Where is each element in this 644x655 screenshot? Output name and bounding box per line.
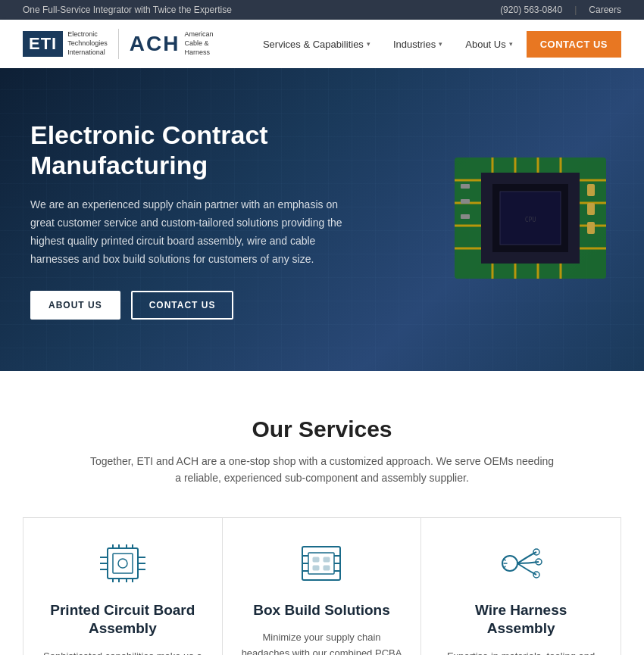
contact-us-button[interactable]: CONTACT US	[131, 291, 234, 320]
top-bar-divider: |	[574, 5, 577, 15]
svg-rect-45	[308, 553, 334, 574]
about-us-button[interactable]: ABOUT US	[30, 291, 120, 320]
svg-rect-53	[324, 557, 330, 562]
hero-content: Electronic Contract Manufacturing We are…	[0, 74, 394, 366]
svg-rect-52	[313, 557, 319, 562]
svg-rect-21	[587, 184, 595, 196]
hero-chip-image: CPU	[439, 142, 621, 297]
nav-links: Services & Capabilities ▾ Industries ▾ A…	[254, 31, 621, 58]
service-desc-wire: Expertise in materials, tooling and proc…	[439, 649, 602, 655]
chevron-down-icon: ▾	[439, 40, 442, 48]
careers-link[interactable]: Careers	[589, 5, 621, 15]
service-name-box: Box Build Solutions	[241, 601, 403, 620]
logo-eti-text: Electronic Technologies International	[67, 30, 108, 57]
svg-rect-26	[461, 214, 470, 219]
services-title: Our Services	[23, 416, 621, 442]
top-bar-tagline: One Full-Service Integrator with Twice t…	[23, 5, 232, 15]
service-card-pcb: Printed Circuit Board Assembly Sophistic…	[23, 518, 223, 655]
nav-item-about[interactable]: About Us ▾	[456, 33, 521, 56]
navbar: ETI Electronic Technologies Internationa…	[0, 20, 644, 68]
svg-rect-25	[461, 199, 470, 204]
hero-buttons: ABOUT US CONTACT US	[30, 291, 364, 320]
logo-eti: ETI Electronic Technologies Internationa…	[23, 30, 108, 57]
service-desc-pcb: Sophisticated capabilities make us a tru…	[42, 649, 204, 655]
logo-divider	[118, 29, 119, 59]
chevron-down-icon: ▾	[509, 40, 513, 48]
logo-ach: ACH American Cable & Harness	[130, 30, 214, 57]
nav-item-industries[interactable]: Industries ▾	[384, 33, 452, 56]
phone-number[interactable]: (920) 563-0840	[500, 5, 562, 15]
svg-rect-22	[587, 203, 595, 215]
wire-harness-icon	[495, 541, 548, 586]
hero-description: We are an experienced supply chain partn…	[30, 196, 364, 268]
chevron-down-icon: ▾	[367, 40, 370, 48]
service-desc-box: Minimize your supply chain headaches wit…	[241, 630, 403, 655]
svg-rect-28	[113, 554, 133, 573]
chip-svg: CPU	[439, 142, 621, 294]
svg-rect-24	[461, 184, 470, 189]
pcb-icon	[96, 541, 149, 586]
box-build-icon	[295, 541, 348, 586]
logo-ach-text: American Cable & Harness	[184, 30, 213, 57]
services-grid: Printed Circuit Board Assembly Sophistic…	[23, 517, 621, 655]
svg-text:CPU: CPU	[525, 217, 536, 223]
top-bar-right: (920) 563-0840 | Careers	[500, 5, 621, 15]
top-bar: One Full-Service Integrator with Twice t…	[0, 0, 644, 20]
nav-item-services[interactable]: Services & Capabilities ▾	[254, 33, 380, 56]
svg-rect-23	[587, 222, 595, 234]
svg-rect-55	[324, 566, 330, 570]
logo-area: ETI Electronic Technologies Internationa…	[23, 29, 213, 59]
svg-rect-54	[313, 566, 319, 570]
services-subtitle: Together, ETI and ACH are a one-stop sho…	[87, 453, 557, 487]
service-name-wire: Wire Harness Assembly	[439, 601, 602, 638]
svg-point-29	[118, 559, 127, 568]
service-card-box: Box Build Solutions Minimize your supply…	[223, 518, 422, 655]
service-name-pcb: Printed Circuit Board Assembly	[42, 601, 204, 638]
services-section: Our Services Together, ETI and ACH are a…	[0, 371, 644, 655]
service-card-wire: Wire Harness Assembly Expertise in mater…	[421, 518, 621, 655]
hero-section: Electronic Contract Manufacturing We are…	[0, 68, 644, 371]
nav-contact-button[interactable]: CONTACT US	[527, 31, 621, 58]
hero-title: Electronic Contract Manufacturing	[30, 120, 364, 182]
svg-rect-27	[108, 548, 138, 579]
logo-ach-abbr: ACH	[130, 32, 180, 56]
logo-eti-abbr: ETI	[23, 31, 63, 57]
